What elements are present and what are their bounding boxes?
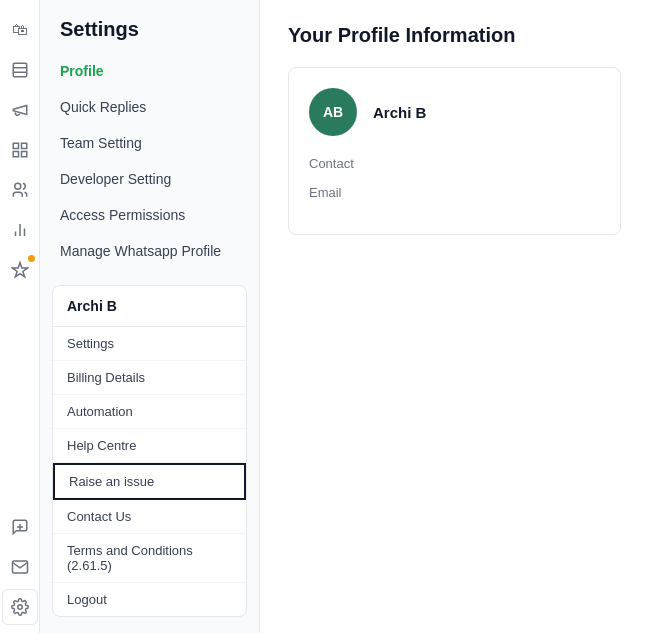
nav-item-quick-replies[interactable]: Quick Replies [40, 89, 259, 125]
dropdown-billing[interactable]: Billing Details [53, 361, 246, 395]
grid-icon[interactable] [2, 132, 38, 168]
dropdown-logout[interactable]: Logout [53, 583, 246, 616]
nav-item-team-setting[interactable]: Team Setting [40, 125, 259, 161]
settings-bottom-icon[interactable] [2, 589, 38, 625]
email-label: Email [309, 185, 600, 200]
nav-item-access-permissions[interactable]: Access Permissions [40, 197, 259, 233]
svg-rect-0 [13, 63, 27, 77]
nav-item-profile[interactable]: Profile [40, 53, 259, 89]
nav-item-developer-setting[interactable]: Developer Setting [40, 161, 259, 197]
svg-point-7 [14, 183, 20, 189]
dropdown-raise-issue[interactable]: Raise an issue [53, 463, 246, 500]
dropdown-help-centre[interactable]: Help Centre [53, 429, 246, 463]
dropdown-card: Archi B Settings Billing Details Automat… [52, 285, 247, 617]
contact-label: Contact [309, 156, 600, 171]
svg-rect-3 [13, 143, 18, 148]
megaphone-icon[interactable] [2, 92, 38, 128]
dropdown-user-name: Archi B [53, 286, 246, 327]
add-chat-icon[interactable] [2, 509, 38, 545]
settings-nav: Profile Quick Replies Team Setting Devel… [40, 53, 259, 269]
icon-sidebar: 🛍 [0, 0, 40, 633]
page-title: Your Profile Information [288, 24, 621, 47]
bag-icon[interactable]: 🛍 [2, 12, 38, 48]
dropdown-contact-us[interactable]: Contact Us [53, 500, 246, 534]
profile-header: AB Archi B [309, 88, 600, 136]
profile-contact-field: Contact [309, 156, 600, 171]
dropdown-settings[interactable]: Settings [53, 327, 246, 361]
nav-item-manage-whatsapp[interactable]: Manage Whatsapp Profile [40, 233, 259, 269]
profile-email-field: Email [309, 185, 600, 200]
people-icon[interactable] [2, 172, 38, 208]
settings-sidebar: Settings Profile Quick Replies Team Sett… [40, 0, 260, 633]
main-content: Your Profile Information AB Archi B Cont… [260, 0, 649, 633]
profile-name: Archi B [373, 104, 426, 121]
sparkle-icon[interactable] [2, 252, 38, 288]
avatar: AB [309, 88, 357, 136]
svg-rect-5 [13, 152, 18, 157]
dropdown-automation[interactable]: Automation [53, 395, 246, 429]
svg-rect-4 [21, 143, 26, 148]
svg-rect-6 [21, 152, 26, 157]
svg-point-13 [17, 605, 22, 610]
settings-title: Settings [40, 0, 259, 53]
dropdown-terms[interactable]: Terms and Conditions (2.61.5) [53, 534, 246, 583]
chart-icon[interactable] [2, 212, 38, 248]
inbox-icon[interactable] [2, 52, 38, 88]
profile-card: AB Archi B Contact Email [288, 67, 621, 235]
envelope-icon[interactable] [2, 549, 38, 585]
